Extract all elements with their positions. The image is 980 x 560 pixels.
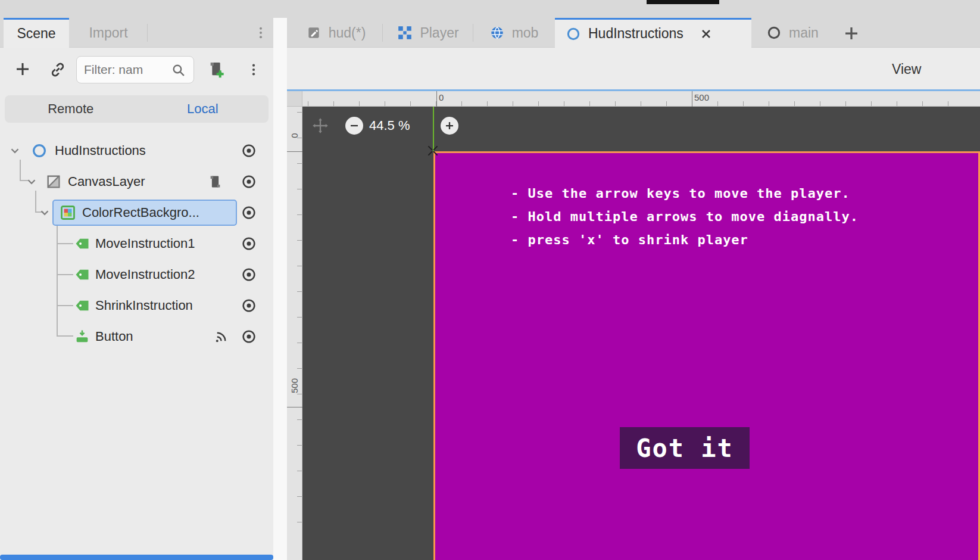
new-scene-tab-button[interactable] (839, 23, 863, 44)
scene-tab-label: Player (420, 25, 458, 41)
dock-divider[interactable] (273, 18, 287, 560)
tab-scene-label: Scene (17, 26, 55, 42)
tab-import[interactable]: Import (70, 18, 147, 48)
hud-instruction-line: - press 'x' to shrink player (511, 228, 859, 251)
tab-separator (147, 24, 148, 42)
remote-button[interactable]: Remote (5, 95, 137, 123)
visibility-eye-icon[interactable] (241, 235, 257, 254)
canvas-layer-icon (45, 173, 62, 190)
visibility-eye-icon[interactable] (241, 142, 257, 161)
dock-scrollbar[interactable] (0, 555, 273, 560)
tree-node-label: ColorRectBackgro... (82, 197, 199, 228)
tree-row-shrinkinstruction[interactable]: ShrinkInstruction (0, 290, 273, 321)
origin-marker-icon (425, 143, 441, 158)
canvas-area[interactable]: - Use the arrow keys to move the player.… (302, 107, 980, 560)
script-edit-icon (306, 25, 322, 41)
cropped-ui-artifact (647, 0, 719, 4)
chevron-down-icon[interactable] (38, 206, 51, 219)
got-it-button: Got it (620, 427, 750, 469)
view-menu-button[interactable]: View (882, 57, 931, 81)
zoom-in-button[interactable] (441, 117, 458, 135)
ruler-left-label: 500 (289, 374, 299, 398)
ruler-left-label: 0 (289, 124, 299, 148)
hud-instruction-line: - Hold multiple arrows to move diagnally… (511, 205, 859, 228)
scene-tab-hudinstructions[interactable]: HudInstructions (555, 18, 751, 48)
canvas-toolbar: View (287, 48, 980, 91)
filter-input[interactable] (84, 59, 168, 80)
scene-tab-player[interactable]: Player (385, 18, 472, 48)
ruler-top-major-tick (692, 91, 692, 107)
local-label: Local (187, 101, 219, 117)
scene-tab-mob[interactable]: mob (475, 18, 553, 48)
tree-node-label: HudInstructions (55, 135, 146, 166)
attach-script-icon[interactable] (205, 58, 227, 81)
label-icon (74, 235, 90, 252)
close-tab-icon[interactable] (699, 27, 713, 41)
add-node-button[interactable] (11, 57, 35, 81)
zoom-value: 44.5 % (369, 118, 410, 133)
scene-dock: Scene Import Remote Local (0, 18, 273, 560)
tree-row-moveinstruction2[interactable]: MoveInstruction2 (0, 259, 273, 290)
hud-instruction-line: - Use the arrow keys to move the player. (511, 182, 859, 205)
visibility-eye-icon[interactable] (241, 297, 257, 316)
tree-node-label: MoveInstruction2 (95, 259, 195, 290)
scene-tab-label: main (789, 25, 819, 41)
label-icon (74, 266, 90, 283)
dock-tab-bar: Scene Import (0, 18, 273, 48)
chevron-down-icon[interactable] (8, 144, 21, 157)
dock-options-icon[interactable] (252, 24, 269, 42)
tree-node-label: Button (95, 321, 133, 352)
scene-tab-label: mob (512, 25, 539, 41)
visibility-eye-icon[interactable] (241, 266, 257, 285)
got-it-label: Got it (636, 434, 734, 463)
scene-tab-hud[interactable]: hud(*) (291, 18, 381, 48)
ruler-left (287, 107, 302, 560)
ruler-left-label-text: 500 (289, 378, 299, 393)
view-anchor-icon (312, 117, 329, 134)
dock-menu-dots-icon[interactable] (245, 58, 262, 81)
visibility-eye-icon[interactable] (241, 328, 257, 347)
hud-instruction-lines: - Use the arrow keys to move the player.… (511, 182, 859, 251)
scene-tab-label: HudInstructions (588, 26, 683, 42)
tree-row-hudinstructions[interactable]: HudInstructions (0, 135, 273, 166)
ruler-top-label: 500 (694, 92, 709, 102)
ruler-top-label: 0 (439, 92, 444, 102)
tree-node-label: CanvasLayer (68, 166, 145, 197)
chevron-down-icon[interactable] (25, 175, 38, 188)
tab-separator (473, 24, 473, 42)
sphere-icon (489, 25, 505, 41)
instance-scene-icon[interactable] (46, 58, 69, 81)
scene-tab-main[interactable]: main (755, 18, 830, 48)
search-icon (171, 63, 186, 77)
script-badge-icon[interactable] (207, 174, 223, 190)
zoom-out-button[interactable] (345, 117, 363, 135)
tab-scene[interactable]: Scene (4, 18, 69, 48)
tree-node-label: ShrinkInstruction (95, 290, 193, 321)
visibility-eye-icon[interactable] (241, 204, 257, 223)
ruler-top-major-tick (436, 91, 437, 107)
node-circle-icon (31, 142, 48, 159)
remote-label: Remote (48, 101, 93, 117)
tree-row-moveinstruction1[interactable]: MoveInstruction1 (0, 228, 273, 259)
zoom-level-label[interactable]: 44.5 % (369, 117, 410, 135)
tab-import-label: Import (89, 25, 127, 41)
node-circle-icon (766, 25, 782, 41)
ruler-left-label-text: 0 (289, 133, 299, 138)
visibility-eye-icon[interactable] (241, 173, 257, 192)
view-menu-label: View (892, 61, 921, 77)
tree-row-colorrect[interactable]: ColorRectBackgro... (0, 197, 273, 228)
tree-row-button[interactable]: Button (0, 321, 273, 352)
tree-row-canvaslayer[interactable]: CanvasLayer (0, 166, 273, 197)
tab-separator (382, 24, 383, 42)
scene-tab-bar: hud(*) Player mob HudInstructions main (287, 18, 980, 48)
viewport[interactable]: 0 500 0 500 - Use the arrow keys to move… (287, 91, 980, 560)
local-button[interactable]: Local (137, 95, 269, 123)
signal-connection-icon[interactable] (213, 329, 229, 345)
button-node-icon (74, 328, 90, 345)
color-rect-icon (60, 204, 76, 221)
remote-local-switch: Remote Local (5, 95, 269, 123)
filter-box (76, 56, 194, 83)
ruler-left-major-tick (287, 151, 302, 152)
instanced-scene-icon (397, 25, 413, 41)
node-circle-icon (566, 26, 581, 42)
